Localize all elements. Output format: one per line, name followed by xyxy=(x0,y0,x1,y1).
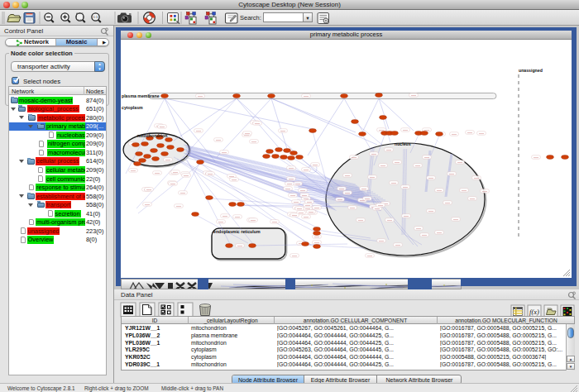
svg-text:1:1: 1:1 xyxy=(93,15,98,19)
svg-text:nucleus: nucleus xyxy=(395,141,411,146)
svg-text:f(x): f(x) xyxy=(529,308,539,316)
svg-text:endoplasmic reticulum: endoplasmic reticulum xyxy=(213,229,261,234)
svg-text:plasma membrane: plasma membrane xyxy=(122,93,160,98)
svg-text:mitochondrion: mitochondrion xyxy=(137,133,167,138)
svg-text:cytoplasm: cytoplasm xyxy=(122,105,143,110)
svg-text:unassigned: unassigned xyxy=(519,68,543,73)
